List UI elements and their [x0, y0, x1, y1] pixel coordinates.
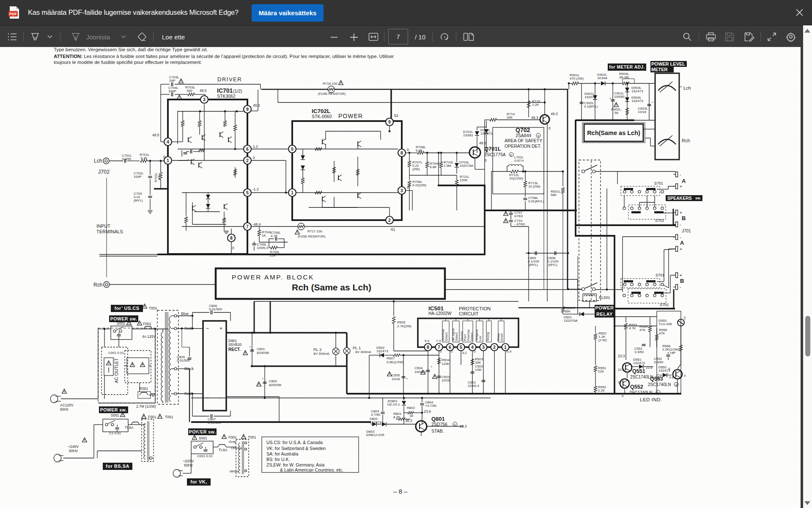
- svg-text:~240V: ~240V: [68, 444, 79, 449]
- svg-text:for VK,: for VK,: [190, 479, 207, 484]
- svg-text:1S2076A: 1S2076A: [459, 164, 474, 168]
- svg-text:-51: -51: [390, 227, 395, 232]
- svg-text:0: 0: [407, 148, 409, 152]
- svg-text:RL501: RL501: [599, 295, 610, 300]
- svg-text:A: A: [680, 240, 684, 246]
- svg-text:OPERATION DET.: OPERATION DET.: [505, 144, 541, 149]
- svg-text:IC702L: IC702L: [312, 108, 330, 114]
- svg-text:7: 7: [246, 224, 249, 229]
- svg-text:R716 100: R716 100: [323, 82, 337, 86]
- svg-text:PDF: PDF: [9, 12, 17, 16]
- svg-text:S001: S001: [111, 413, 119, 417]
- svg-text:+: +: [652, 101, 653, 104]
- svg-text:49.3: 49.3: [253, 103, 260, 108]
- svg-text:0.9: 0.9: [507, 350, 512, 353]
- svg-text:10(1/2W): 10(1/2W): [509, 177, 523, 180]
- svg-text:49.3: 49.3: [531, 116, 538, 120]
- svg-text:PROTECTION: PROTECTION: [459, 306, 491, 311]
- svg-text:POWER sw.: POWER sw.: [189, 429, 216, 434]
- svg-text:52: 52: [394, 113, 398, 118]
- svg-text:TERMINALS: TERMINALS: [96, 229, 123, 234]
- svg-text:1.2: 1.2: [253, 144, 258, 149]
- svg-text:0: 0: [291, 146, 294, 152]
- svg-text:Overload: Overload: [442, 329, 444, 341]
- svg-text:POWER: POWER: [338, 113, 363, 119]
- svg-text:LED IND.: LED IND.: [640, 397, 662, 402]
- svg-text:56K: 56K: [551, 193, 557, 197]
- svg-text:+: +: [406, 377, 408, 380]
- svg-text:33K: 33K: [507, 116, 513, 119]
- svg-text:4A 125V: 4A 125V: [142, 334, 156, 339]
- svg-text:0: 0: [668, 367, 670, 371]
- svg-text:23.9: 23.9: [424, 409, 431, 414]
- svg-text:0.67: 0.67: [514, 159, 521, 163]
- svg-text:CIRCUIT: CIRCUIT: [459, 311, 479, 316]
- svg-text:1SS81: 1SS81: [463, 133, 474, 137]
- svg-text:6.8K: 6.8K: [416, 149, 423, 152]
- svg-text:+: +: [680, 184, 682, 189]
- svg-text:3.3/50: 3.3/50: [654, 360, 664, 364]
- svg-text:47K: 47K: [639, 328, 646, 332]
- svg-text:0: 0: [485, 158, 487, 163]
- svg-text:0: 0: [618, 381, 620, 384]
- svg-text:390: 390: [187, 89, 192, 93]
- svg-text:2SD756: 2SD756: [431, 422, 447, 427]
- svg-text:49.0: 49.0: [479, 141, 486, 145]
- svg-text:US.CS: for U.S.A. & Canada: US.CS: for U.S.A. & Canada: [266, 440, 323, 445]
- svg-text:HA-12002W: HA-12002W: [428, 311, 452, 316]
- svg-text:F001: F001: [143, 322, 151, 326]
- svg-text:22.8: 22.8: [646, 366, 653, 370]
- svg-text:D: D: [538, 135, 540, 138]
- svg-text:(MYL): (MYL): [548, 263, 557, 267]
- svg-text:(1/2): (1/2): [233, 88, 242, 94]
- svg-text:0: 0: [451, 350, 453, 353]
- svg-text:2.2K: 2.2K: [532, 103, 539, 107]
- svg-text:POWER LEVEL: POWER LEVEL: [651, 61, 685, 66]
- svg-text:2: 2: [246, 158, 249, 163]
- svg-text:SPEAKERS: SPEAKERS: [667, 196, 692, 201]
- svg-text:BS: for U.K.: BS: for U.K.: [266, 457, 290, 462]
- svg-text:10/16: 10/16: [392, 377, 401, 381]
- svg-text:1S2473: 1S2473: [631, 99, 643, 103]
- svg-text:for METER ADJ.: for METER ADJ.: [609, 65, 645, 69]
- svg-text:Blue: Blue: [181, 312, 189, 316]
- svg-text:S001: S001: [117, 321, 125, 326]
- svg-text:Point: Point: [464, 334, 466, 341]
- svg-text:F001: F001: [228, 435, 237, 439]
- svg-text:1: 1: [504, 345, 507, 350]
- svg-text:ERB12-01R: ERB12-01R: [366, 433, 384, 437]
- svg-text:3: 3: [401, 188, 403, 193]
- svg-text:-: -: [680, 285, 681, 290]
- svg-text:Lch: Lch: [94, 158, 102, 164]
- svg-text:E: E: [510, 154, 513, 157]
- svg-text:R507: R507: [387, 356, 395, 360]
- svg-text:1S2473: 1S2473: [633, 361, 645, 365]
- svg-text:Rch: Rch: [682, 138, 690, 143]
- svg-text:330P: 330P: [168, 89, 176, 93]
- svg-text:Type benutzen. Vergewissern S: Type benutzen. Vergewissern Sie sich, da…: [54, 47, 208, 52]
- svg-text:22K: 22K: [598, 370, 604, 373]
- svg-text:for BS,SA: for BS,SA: [106, 464, 129, 469]
- svg-text:+: +: [219, 326, 222, 331]
- svg-text:STK3062: STK3062: [217, 94, 236, 99]
- svg-text:24P: 24P: [169, 79, 175, 83]
- svg-text:1S2473: 1S2473: [376, 349, 388, 353]
- svg-text:3.3/50: 3.3/50: [122, 157, 132, 161]
- svg-text:+: +: [680, 210, 682, 215]
- svg-text:5: 5: [460, 345, 462, 350]
- svg-text:RELAY: RELAY: [596, 312, 613, 317]
- svg-text:C504: C504: [414, 366, 423, 370]
- svg-text:8: 8: [401, 150, 403, 155]
- svg-text:8: 8: [230, 235, 233, 240]
- svg-text:S: S: [657, 392, 659, 395]
- svg-text:8200/56: 8200/56: [257, 351, 269, 355]
- svg-text:50Hz: 50Hz: [184, 463, 193, 467]
- svg-text:Tempera: Tempera: [475, 329, 479, 341]
- svg-text:8V 300mA: 8V 300mA: [313, 352, 329, 356]
- svg-text:23.3: 23.3: [618, 354, 625, 358]
- svg-text:3.3K: 3.3K: [140, 156, 148, 160]
- svg-text:6: 6: [246, 146, 249, 152]
- svg-text:R717 100: R717 100: [307, 229, 322, 233]
- svg-text:Rch (Same as Lch): Rch (Same as Lch): [292, 282, 371, 292]
- svg-text:3: 3: [203, 97, 206, 102]
